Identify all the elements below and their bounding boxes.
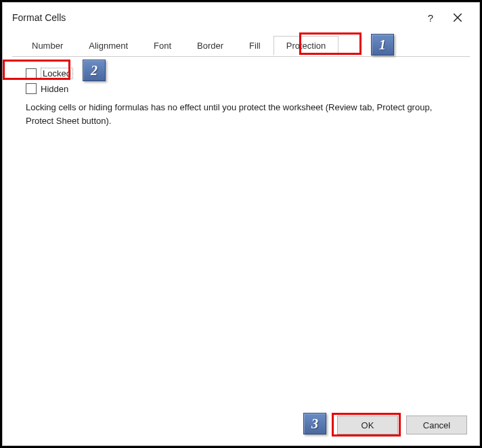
callout-badge-3: 3 [303, 413, 326, 434]
help-icon: ? [428, 12, 433, 24]
tab-fill[interactable]: Fill [236, 36, 273, 55]
checkbox-hidden[interactable] [26, 83, 37, 94]
checkbox-locked[interactable] [26, 68, 37, 79]
dialog-button-bar: OK Cancel 3 [3, 409, 479, 445]
tab-protection[interactable]: Protection [273, 36, 339, 55]
dialog-title: Format Cells [12, 12, 417, 23]
cancel-button[interactable]: Cancel [406, 416, 467, 434]
callout-badge-2: 2 [83, 60, 106, 81]
format-cells-dialog: Format Cells ? Number Alignment Font Bor… [2, 2, 480, 446]
tab-alignment[interactable]: Alignment [76, 36, 141, 55]
tab-font[interactable]: Font [141, 36, 184, 55]
tab-panel-protection: Locked Hidden Locking cells or hiding fo… [3, 57, 479, 409]
close-icon [454, 14, 462, 22]
callout-badge-1: 1 [371, 34, 394, 55]
ok-button[interactable]: OK [337, 416, 398, 434]
close-button[interactable] [444, 8, 471, 27]
checkbox-hidden-row[interactable]: Hidden [26, 83, 464, 94]
help-button[interactable]: ? [417, 8, 444, 27]
tab-number[interactable]: Number [19, 36, 76, 55]
tab-strip: Number Alignment Font Border Fill Protec… [3, 34, 479, 57]
protection-info-text: Locking cells or hiding formulas has no … [26, 101, 459, 127]
titlebar: Format Cells ? [3, 3, 479, 34]
checkbox-hidden-label: Hidden [41, 84, 68, 94]
tab-border[interactable]: Border [184, 36, 236, 55]
checkbox-locked-label: Locked [41, 68, 73, 79]
